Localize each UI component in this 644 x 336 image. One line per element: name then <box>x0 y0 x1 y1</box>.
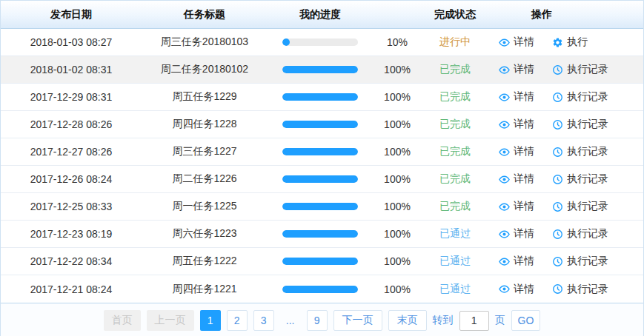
actions-cell: 详情 执行记录 <box>488 255 643 268</box>
detail-link[interactable]: 详情 <box>499 172 534 186</box>
detail-link-label: 详情 <box>514 118 534 131</box>
detail-link[interactable]: 详情 <box>499 227 534 241</box>
detail-link-label: 详情 <box>514 90 534 104</box>
progress-bar-fill <box>282 38 290 46</box>
status-badge: 进行中 <box>422 36 488 49</box>
eye-icon <box>499 119 510 130</box>
table-row: 2017-12-27 08:26 周三任务1227 100% 已完成 <box>1 138 643 166</box>
progress-bar-fill <box>282 93 358 101</box>
page-button-3[interactable]: 3 <box>253 310 274 331</box>
detail-link-label: 详情 <box>514 227 534 241</box>
status-badge: 已通过 <box>422 255 488 268</box>
task-title-cell: 周五任务1222 <box>142 255 268 268</box>
execute-link-label: 执行 <box>567 36 588 49</box>
last-page-button[interactable]: 末页 <box>388 310 427 331</box>
progress-cell <box>268 175 373 183</box>
table-row: 2018-01-02 08:31 周二任务20180102 100% 已完成 <box>1 56 643 84</box>
progress-bar-fill <box>282 175 358 183</box>
task-title-cell: 周四任务1221 <box>142 283 268 296</box>
page-button-2[interactable]: 2 <box>227 310 248 331</box>
progress-percent-label: 10% <box>373 36 422 48</box>
progress-percent-label: 100% <box>373 64 422 75</box>
progress-cell <box>268 66 373 73</box>
next-page-button[interactable]: 下一页 <box>333 310 382 331</box>
progress-cell <box>268 121 373 128</box>
table-row: 2017-12-22 08:34 周五任务1222 100% 已通过 <box>1 248 643 275</box>
actions-cell: 详情 执行记录 <box>488 283 643 296</box>
publish-date-cell: 2017-12-28 08:26 <box>1 118 142 130</box>
publish-date-cell: 2017-12-21 08:24 <box>1 283 142 295</box>
execute-link-label: 执行记录 <box>567 172 608 186</box>
execute-link[interactable]: 执行记录 <box>552 145 608 158</box>
task-table-page: 发布日期 任务标题 我的进度 完成状态 操作 2018-01-03 08:27 … <box>0 0 644 336</box>
detail-link[interactable]: 详情 <box>499 200 534 213</box>
publish-date-cell: 2017-12-29 08:31 <box>1 91 142 103</box>
status-badge: 已完成 <box>422 63 488 76</box>
execute-link[interactable]: 执行记录 <box>552 200 608 213</box>
table-row: 2017-12-25 08:33 周一任务1225 100% 已完成 <box>1 193 643 221</box>
actions-cell: 详情 执行记录 <box>488 227 643 241</box>
detail-link[interactable]: 详情 <box>499 90 534 104</box>
execute-link[interactable]: 执行 <box>552 36 588 49</box>
task-title-cell: 周三任务20180103 <box>142 36 268 49</box>
progress-bar-track <box>282 148 358 155</box>
progress-bar-fill <box>282 286 358 293</box>
first-page-button: 首页 <box>104 310 141 331</box>
gear-icon <box>552 37 563 48</box>
publish-date-cell: 2018-01-02 08:31 <box>1 64 142 75</box>
clock-icon <box>552 174 563 185</box>
task-title-cell: 周三任务1227 <box>142 145 268 158</box>
column-header-my-progress: 我的进度 <box>268 8 373 21</box>
table-row: 2017-12-23 08:19 周六任务1223 100% 已通过 <box>1 221 643 248</box>
progress-bar-fill <box>282 258 358 265</box>
actions-cell: 详情 执行 <box>488 36 643 49</box>
execute-link-label: 执行记录 <box>567 255 608 268</box>
page-button-9[interactable]: 9 <box>307 310 328 331</box>
detail-link-label: 详情 <box>514 36 534 49</box>
progress-bar-fill <box>282 230 358 238</box>
actions-cell: 详情 执行记录 <box>488 63 643 76</box>
progress-cell <box>268 38 373 46</box>
detail-link[interactable]: 详情 <box>499 283 534 296</box>
clock-icon <box>552 283 563 295</box>
execute-link[interactable]: 执行记录 <box>552 255 608 268</box>
clock-icon <box>552 147 563 158</box>
execute-link[interactable]: 执行记录 <box>552 283 608 296</box>
goto-page-input[interactable] <box>459 311 489 331</box>
status-badge: 已完成 <box>422 172 488 186</box>
execute-link[interactable]: 执行记录 <box>552 227 608 241</box>
progress-bar-track <box>282 286 358 293</box>
execute-link[interactable]: 执行记录 <box>552 172 608 186</box>
execute-link-label: 执行记录 <box>567 200 608 213</box>
detail-link-label: 详情 <box>514 200 534 213</box>
execute-link[interactable]: 执行记录 <box>552 63 608 76</box>
actions-cell: 详情 执行记录 <box>488 172 643 186</box>
table-header: 发布日期 任务标题 我的进度 完成状态 操作 <box>1 1 643 29</box>
detail-link[interactable]: 详情 <box>499 255 534 268</box>
eye-icon <box>499 92 510 103</box>
status-badge: 已完成 <box>422 145 488 158</box>
progress-percent-label: 100% <box>373 146 422 158</box>
execute-link-label: 执行记录 <box>567 63 608 76</box>
progress-bar-track <box>282 230 358 238</box>
execute-link[interactable]: 执行记录 <box>552 118 608 131</box>
detail-link[interactable]: 详情 <box>499 36 534 49</box>
eye-icon <box>499 201 510 212</box>
progress-bar-fill <box>282 66 358 73</box>
page-button-1[interactable]: 1 <box>200 310 221 331</box>
progress-bar-track <box>282 203 358 210</box>
go-button[interactable]: GO <box>511 310 541 331</box>
detail-link[interactable]: 详情 <box>499 118 534 131</box>
detail-link[interactable]: 详情 <box>499 145 534 158</box>
detail-link[interactable]: 详情 <box>499 63 534 76</box>
task-title-cell: 周四任务1228 <box>142 118 268 131</box>
detail-link-label: 详情 <box>514 63 534 76</box>
execute-link-label: 执行记录 <box>567 118 608 131</box>
column-header-status: 完成状态 <box>422 8 488 21</box>
detail-link-label: 详情 <box>514 145 534 158</box>
publish-date-cell: 2017-12-26 08:24 <box>1 173 142 185</box>
task-title-cell: 周二任务20180102 <box>142 63 268 76</box>
task-title-cell: 周一任务1225 <box>142 200 268 213</box>
progress-cell <box>268 148 373 155</box>
execute-link[interactable]: 执行记录 <box>552 90 608 104</box>
